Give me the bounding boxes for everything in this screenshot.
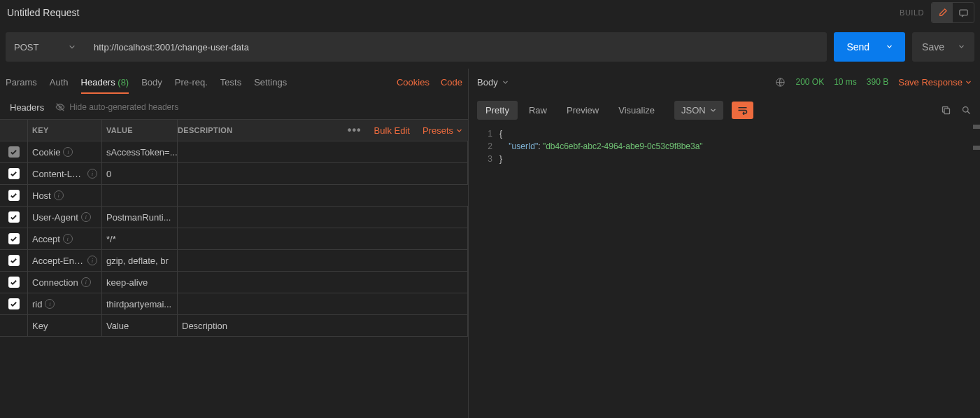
line-gutter: 123 bbox=[469, 127, 499, 418]
row-checkbox[interactable] bbox=[8, 146, 20, 158]
chevron-down-icon bbox=[710, 107, 716, 113]
cell-key[interactable]: User-Agent i bbox=[28, 207, 102, 228]
cell-value[interactable]: */* bbox=[102, 228, 178, 249]
hide-autogen-toggle[interactable]: Hide auto-generated headers bbox=[55, 102, 178, 112]
cell-description[interactable] bbox=[178, 163, 468, 184]
table-row[interactable]: Host i bbox=[0, 185, 468, 207]
table-row[interactable]: Connection i keep-alive bbox=[0, 272, 468, 293]
cell-key[interactable]: rid i bbox=[28, 293, 102, 314]
cell-key[interactable]: Host i bbox=[28, 185, 102, 206]
wrap-lines-button[interactable] bbox=[732, 102, 753, 119]
info-icon[interactable]: i bbox=[81, 277, 91, 287]
cell-value[interactable]: gzip, deflate, br bbox=[102, 250, 178, 271]
table-row[interactable]: Cookie i sAccessToken=... bbox=[0, 141, 468, 163]
row-checkbox[interactable] bbox=[8, 211, 20, 223]
code-link[interactable]: Code bbox=[441, 77, 462, 88]
info-icon[interactable]: i bbox=[81, 212, 91, 222]
send-button[interactable]: Send bbox=[834, 32, 905, 62]
response-section-select[interactable]: Body bbox=[477, 77, 509, 88]
presets-label: Presets bbox=[422, 125, 453, 136]
json-value: "db4c6ebf-abc2-4964-abe9-0c53c9f8be3a" bbox=[543, 141, 703, 151]
cell-key[interactable]: Cookie i bbox=[28, 141, 102, 162]
table-row-empty[interactable]: Key Value Description bbox=[0, 315, 468, 337]
cell-description[interactable] bbox=[178, 228, 468, 249]
hide-autogen-label: Hide auto-generated headers bbox=[69, 102, 178, 112]
cell-value[interactable]: 0 bbox=[102, 163, 178, 184]
response-size: 390 B bbox=[867, 77, 888, 87]
key-placeholder[interactable]: Key bbox=[28, 315, 102, 336]
response-view-tabs: Pretty Raw Preview Visualize JSON bbox=[477, 101, 753, 120]
tab-headers-count: (8) bbox=[118, 77, 129, 88]
presets-dropdown[interactable]: Presets bbox=[422, 125, 462, 136]
row-checkbox[interactable] bbox=[8, 233, 20, 244]
row-checkbox[interactable] bbox=[8, 190, 20, 201]
info-icon[interactable]: i bbox=[63, 147, 73, 157]
cell-description[interactable] bbox=[178, 293, 468, 314]
info-icon[interactable]: i bbox=[45, 299, 55, 309]
response-status-group: 200 OK 10 ms 390 B Save Response bbox=[775, 77, 972, 88]
desc-placeholder[interactable]: Description bbox=[178, 315, 468, 336]
comment-mode-button[interactable] bbox=[953, 3, 974, 22]
row-checkbox[interactable] bbox=[8, 277, 20, 288]
th-description: DESCRIPTION bbox=[178, 120, 232, 141]
search-icon[interactable] bbox=[961, 105, 972, 116]
cell-key[interactable]: Connection i bbox=[28, 272, 102, 293]
th-key: KEY bbox=[28, 120, 102, 141]
row-checkbox[interactable] bbox=[8, 168, 20, 179]
cell-value[interactable]: PostmanRunti... bbox=[102, 207, 178, 228]
cell-value[interactable]: keep-alive bbox=[102, 272, 178, 293]
view-tab-raw[interactable]: Raw bbox=[520, 101, 555, 120]
view-tab-visualize[interactable]: Visualize bbox=[610, 101, 663, 120]
tab-prereq[interactable]: Pre-req. bbox=[175, 71, 208, 93]
cell-description[interactable] bbox=[178, 250, 468, 271]
view-tab-preview[interactable]: Preview bbox=[558, 101, 607, 120]
cell-key[interactable]: Accept-Enc... i bbox=[28, 250, 102, 271]
tab-headers[interactable]: Headers (8) bbox=[81, 71, 129, 93]
table-row[interactable]: rid i thirdpartyemai... bbox=[0, 293, 468, 315]
value-placeholder[interactable]: Value bbox=[102, 315, 178, 336]
cell-description[interactable] bbox=[178, 207, 468, 228]
view-tab-pretty[interactable]: Pretty bbox=[477, 101, 518, 120]
cell-description[interactable] bbox=[178, 141, 468, 162]
send-button-label: Send bbox=[846, 41, 869, 53]
cell-key[interactable]: Content-Le... i bbox=[28, 163, 102, 184]
info-icon[interactable]: i bbox=[87, 169, 97, 179]
row-checkbox[interactable] bbox=[8, 298, 20, 309]
response-body-label: Body bbox=[477, 77, 498, 88]
cell-key[interactable]: Accept i bbox=[28, 228, 102, 249]
headers-table: KEY VALUE DESCRIPTION ••• Bulk Edit Pres… bbox=[0, 119, 468, 337]
tab-params[interactable]: Params bbox=[6, 71, 37, 93]
tab-body[interactable]: Body bbox=[141, 71, 162, 93]
more-icon[interactable]: ••• bbox=[348, 124, 362, 137]
tab-settings[interactable]: Settings bbox=[254, 71, 287, 93]
tab-tests[interactable]: Tests bbox=[220, 71, 241, 93]
code-content: { "userId": "db4c6ebf-abc2-4964-abe9-0c5… bbox=[499, 127, 980, 418]
response-body-editor[interactable]: 123 { "userId": "db4c6ebf-abc2-4964-abe9… bbox=[469, 125, 980, 418]
headers-title: Headers bbox=[10, 102, 44, 113]
save-button[interactable]: Save bbox=[912, 32, 974, 62]
response-format-select[interactable]: JSON bbox=[674, 101, 723, 120]
info-icon[interactable]: i bbox=[54, 190, 64, 200]
table-row[interactable]: Content-Le... i 0 bbox=[0, 163, 468, 185]
table-row[interactable]: Accept-Enc... i gzip, deflate, br bbox=[0, 250, 468, 272]
tab-auth[interactable]: Auth bbox=[50, 71, 69, 93]
table-row[interactable]: Accept i */* bbox=[0, 228, 468, 250]
edit-mode-button[interactable] bbox=[932, 3, 953, 22]
save-response-dropdown[interactable]: Save Response bbox=[898, 77, 972, 88]
row-checkbox[interactable] bbox=[8, 255, 20, 266]
http-method-select[interactable]: POST bbox=[6, 32, 84, 62]
info-icon[interactable]: i bbox=[87, 256, 97, 265]
cell-value[interactable]: sAccessToken=... bbox=[102, 141, 178, 162]
network-icon[interactable] bbox=[775, 77, 786, 88]
cell-value[interactable] bbox=[102, 185, 178, 206]
url-input[interactable] bbox=[84, 32, 827, 62]
svg-rect-5 bbox=[944, 109, 950, 114]
cell-value[interactable]: thirdpartyemai... bbox=[102, 293, 178, 314]
info-icon[interactable]: i bbox=[63, 234, 73, 244]
copy-icon[interactable] bbox=[941, 105, 951, 116]
table-row[interactable]: User-Agent i PostmanRunti... bbox=[0, 207, 468, 228]
cookies-link[interactable]: Cookies bbox=[397, 77, 429, 88]
cell-description[interactable] bbox=[178, 272, 468, 293]
wrap-icon bbox=[737, 106, 748, 115]
bulk-edit-link[interactable]: Bulk Edit bbox=[374, 125, 410, 136]
